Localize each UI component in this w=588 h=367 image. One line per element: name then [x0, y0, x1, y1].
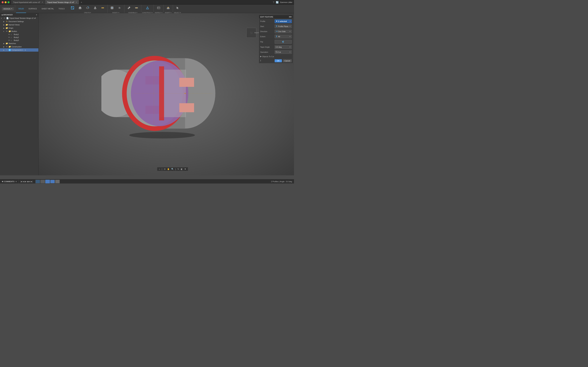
viewport[interactable]: ⬛ RIGHT ⌂ | ⊡ ✋ 🔍 | ↻ ◧ ▼: [39, 13, 294, 175]
browser-item-body2[interactable]: ▶ 👁 □ Body2: [0, 36, 38, 39]
comments-add-btn[interactable]: +: [15, 180, 17, 183]
win-close-btn[interactable]: [2, 1, 4, 3]
inspect-btn[interactable]: [155, 4, 162, 11]
new-tab-btn[interactable]: +: [80, 1, 83, 4]
browser-item-component[interactable]: ▶ 👁 C Component1:1 ⊙: [0, 48, 38, 52]
operation-chevron: ▼: [289, 51, 291, 53]
tab2-close[interactable]: ✕: [76, 1, 77, 3]
win-min-btn[interactable]: [5, 1, 7, 3]
vp-separator2: |: [175, 168, 176, 170]
cancel-button[interactable]: Cancel: [283, 59, 292, 62]
browser-item-doc-settings[interactable]: ▶ ⚙ Document Settings: [0, 20, 38, 23]
vp-display-btn[interactable]: ◧: [180, 168, 183, 170]
revolve-btn[interactable]: [84, 4, 91, 11]
tab-2[interactable]: Tripod Head Tension Hinge v2 v4* ✕: [45, 0, 79, 4]
browser-item-origin[interactable]: ▶ 📁 Origin: [0, 26, 38, 30]
feature-row-extent: Extent All ▼: [259, 34, 293, 39]
feature-row-start: Start Profile Plane ▼: [259, 24, 293, 29]
help-icon[interactable]: ?: [273, 1, 274, 4]
joint-btn[interactable]: [133, 4, 140, 11]
thumb-2[interactable]: [40, 180, 45, 183]
tab-1[interactable]: Tripod Hyperboloid with screw v3* ✕: [11, 0, 45, 4]
eye-construction[interactable]: 👁: [6, 46, 8, 48]
play-end-btn[interactable]: ▶|: [31, 180, 33, 183]
eye-component[interactable]: 👁: [6, 49, 8, 51]
extrude-btn[interactable]: [77, 4, 84, 11]
modify-btn[interactable]: [108, 4, 116, 11]
named-views-icon: 📁: [6, 24, 8, 26]
loft-btn[interactable]: [92, 4, 99, 11]
vp-pan-btn[interactable]: ✋: [167, 168, 170, 170]
thumb-5[interactable]: [55, 180, 60, 183]
profile-value[interactable]: 2 selected ×: [275, 19, 292, 23]
flip-value[interactable]: [275, 40, 292, 44]
profile-clear-btn[interactable]: ×: [290, 20, 291, 22]
info-btn[interactable]: ℹ: [260, 59, 261, 62]
ok-button[interactable]: OK: [275, 59, 282, 62]
extent-value[interactable]: All ▼: [275, 35, 292, 38]
play-pause-btn[interactable]: ▶: [25, 180, 26, 183]
sketches-icon: 📁: [6, 42, 8, 45]
extent-icon: [276, 35, 277, 38]
expand-panel-btn[interactable]: ▶▶: [289, 16, 292, 18]
play-start-btn[interactable]: |◀: [20, 180, 22, 183]
eye-body3[interactable]: 👁: [8, 39, 10, 41]
thumb-1[interactable]: [35, 180, 40, 183]
eye-root[interactable]: 👁: [3, 17, 6, 19]
tab-tools[interactable]: TOOLS: [56, 5, 67, 13]
eye-body1[interactable]: 👁: [8, 33, 10, 35]
start-value[interactable]: Profile Plane ▼: [275, 25, 292, 28]
file-icon: 📄: [6, 17, 9, 19]
design-section: DESIGN ▼: [1, 5, 15, 13]
browser-item-construction[interactable]: ▶ 👁 📁 Construction: [0, 45, 38, 48]
thumb-3[interactable]: [45, 180, 50, 183]
eye-bodies[interactable]: 👁: [6, 30, 8, 32]
browser-item-body3[interactable]: ▶ 👁 □ Body3: [0, 39, 38, 42]
tab1-close[interactable]: ✕: [42, 1, 43, 3]
create-sketch-btn[interactable]: [69, 4, 76, 11]
vp-more-btn[interactable]: ▼: [184, 168, 187, 170]
browser-item-body1[interactable]: ▶ 👁 □ Body1: [0, 33, 38, 36]
svg-rect-12: [111, 7, 113, 9]
tab-solid[interactable]: SOLID: [16, 5, 26, 13]
origin-label: Origin: [9, 27, 13, 29]
sync-icon[interactable]: 🔄: [276, 1, 279, 4]
browser-collapse-btn[interactable]: ◀: [1, 14, 3, 16]
thumb-4[interactable]: [50, 180, 55, 183]
browser-item-named-views[interactable]: ▶ 📁 Named Views: [0, 23, 38, 26]
construct-btn[interactable]: [144, 4, 151, 11]
viewcube[interactable]: ⬛ RIGHT: [246, 28, 258, 39]
pattern-btn[interactable]: [99, 4, 106, 11]
objects-to-cut-label: Objects To Cut: [262, 56, 274, 58]
vp-fit-btn[interactable]: ⊡: [164, 168, 166, 170]
browser-item-bodies[interactable]: ▾ 👁 📁 Bodies: [0, 30, 38, 33]
doc-settings-label: Document Settings: [9, 20, 24, 22]
insert-btn[interactable]: [164, 4, 172, 11]
tab-surface[interactable]: SURFACE: [26, 5, 39, 13]
select-btn[interactable]: [174, 4, 181, 11]
viewcube-box[interactable]: ⬛ RIGHT: [246, 28, 256, 38]
tab-sheet-metal[interactable]: SHEET METAL: [39, 5, 56, 13]
assemble-btn[interactable]: [125, 4, 133, 11]
formula-btn[interactable]: fx: [116, 4, 123, 11]
taper-label: Taper Angle: [260, 46, 274, 48]
objects-to-cut-section[interactable]: ▶ Objects To Cut: [259, 55, 293, 58]
win-max-btn[interactable]: [8, 1, 9, 3]
toolbar-tabs: SOLID SURFACE SHEET METAL TOOLS: [15, 5, 68, 13]
taper-value[interactable]: 0.0 deg ▼: [275, 45, 292, 49]
vp-orbit-btn[interactable]: ↻: [177, 168, 180, 170]
operation-value[interactable]: Cut ▼: [275, 50, 292, 54]
play-back-btn[interactable]: ◀: [23, 180, 24, 183]
vp-zoom-btn[interactable]: 🔍: [171, 168, 174, 170]
svg-point-11: [103, 7, 104, 8]
browser-close-btn[interactable]: ×: [36, 14, 37, 16]
svg-point-14: [129, 7, 130, 8]
vp-home-btn[interactable]: ⌂: [158, 168, 160, 170]
design-menu-btn[interactable]: DESIGN ▼: [2, 7, 14, 10]
comments-toggle-btn[interactable]: ◀: [2, 180, 3, 183]
browser-item-root[interactable]: ▾ 👁 📄 Tripod Head Tension Hinge v2 v4: [0, 17, 38, 20]
play-fwd-btn[interactable]: ▶▶: [27, 180, 30, 183]
eye-body2[interactable]: 👁: [8, 36, 10, 38]
direction-value[interactable]: One Side ▼: [275, 30, 292, 33]
browser-item-sketches[interactable]: ▶ 📁 Sketches: [0, 42, 38, 45]
